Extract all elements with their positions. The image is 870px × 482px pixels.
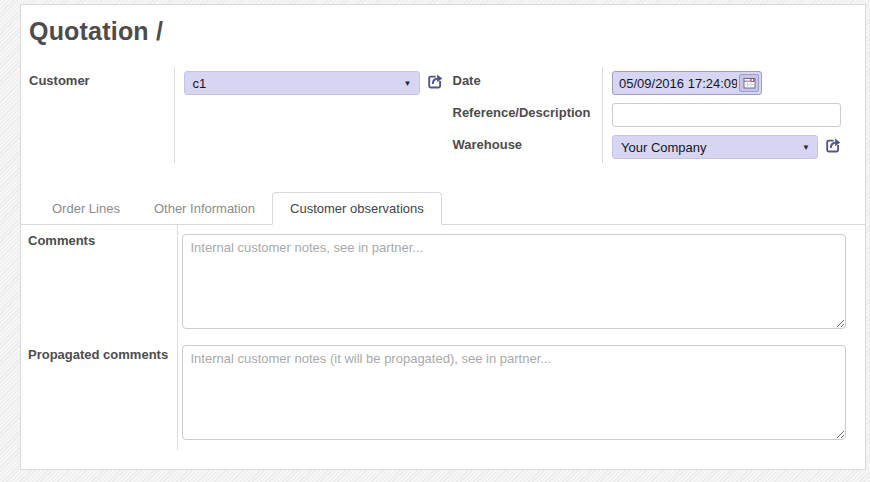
chevron-down-icon: ▼ (802, 143, 810, 152)
date-label: Date (453, 67, 603, 99)
customer-select-value: c1 (193, 76, 207, 91)
warehouse-row: Warehouse Your Company ▼ (453, 131, 843, 163)
reference-row: Reference/Description (453, 99, 843, 131)
external-link-icon (824, 137, 842, 153)
page-title: Quotation / (29, 17, 865, 46)
warehouse-label: Warehouse (453, 131, 603, 163)
propagated-comments-textarea[interactable] (182, 345, 846, 440)
customer-row: Customer c1 ▼ (29, 67, 444, 163)
calendar-icon (743, 77, 756, 89)
notebook-tabbar: Order Lines Other Information Customer o… (21, 192, 865, 225)
propagated-comments-row: Propagated comments (21, 339, 846, 450)
customer-observations-panel: Comments Propagated comments (21, 225, 846, 450)
propagated-comments-label: Propagated comments (21, 339, 177, 450)
warehouse-select[interactable]: Your Company ▼ (612, 135, 818, 159)
reference-field-cell (603, 99, 843, 131)
warehouse-open-record-button[interactable] (824, 137, 842, 157)
tab-order-lines[interactable]: Order Lines (35, 193, 137, 224)
comments-field-cell (177, 225, 846, 339)
date-input-wrapper (612, 71, 762, 95)
quotation-form-sheet: Quotation / Customer c1 ▼ (20, 4, 866, 470)
datepicker-button[interactable] (739, 74, 759, 92)
tab-other-information[interactable]: Other Information (137, 193, 272, 224)
date-input[interactable] (613, 76, 739, 91)
tab-customer-observations[interactable]: Customer observations (272, 192, 442, 225)
group-left: Customer c1 ▼ (29, 67, 444, 163)
external-link-icon (426, 73, 444, 89)
group-right: Date (453, 67, 843, 163)
propagated-comments-field-cell (177, 339, 846, 450)
customer-field-cell: c1 ▼ (174, 67, 444, 163)
warehouse-select-value: Your Company (621, 140, 707, 155)
comments-textarea[interactable] (182, 234, 846, 329)
reference-input[interactable] (612, 103, 841, 127)
customer-label: Customer (29, 67, 174, 163)
date-row: Date (453, 67, 843, 99)
date-field-cell (603, 67, 843, 99)
customer-select[interactable]: c1 ▼ (184, 71, 420, 95)
customer-open-record-button[interactable] (426, 73, 444, 93)
comments-label: Comments (21, 225, 177, 339)
warehouse-field-cell: Your Company ▼ (603, 131, 843, 163)
reference-label: Reference/Description (453, 99, 603, 131)
header-field-groups: Customer c1 ▼ Date (21, 67, 865, 163)
chevron-down-icon: ▼ (404, 79, 412, 88)
comments-row: Comments (21, 225, 846, 339)
